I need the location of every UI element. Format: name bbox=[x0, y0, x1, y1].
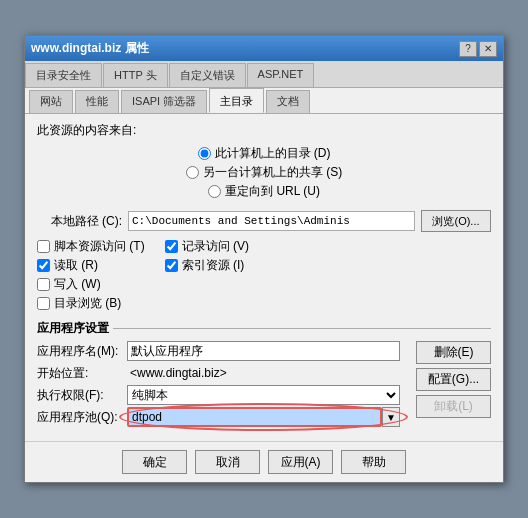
cb-dir-browse[interactable]: 目录浏览 (B) bbox=[37, 295, 145, 312]
unload-button[interactable]: 卸载(L) bbox=[416, 395, 491, 418]
radio-redirect-url-label: 重定向到 URL (U) bbox=[225, 183, 320, 200]
close-button[interactable]: ✕ bbox=[479, 41, 497, 57]
radio-local-dir[interactable]: 此计算机上的目录 (D) bbox=[198, 145, 331, 162]
tab-performance[interactable]: 性能 bbox=[75, 90, 119, 113]
cb-write-input[interactable] bbox=[37, 278, 50, 291]
cb-script-access[interactable]: 脚本资源访问 (T) bbox=[37, 238, 145, 255]
checkboxes-row: 脚本资源访问 (T) 读取 (R) 写入 (W) 目录浏览 (B) bbox=[37, 238, 491, 312]
app-settings-left: 应用程序名(M): 开始位置: <www.dingtai.biz> 执行权限(F… bbox=[37, 341, 400, 429]
tab-row-1: 目录安全性 HTTP 头 自定义错误 ASP.NET bbox=[25, 61, 503, 88]
cb-log-access[interactable]: 记录访问 (V) bbox=[165, 238, 249, 255]
radio-local-dir-input[interactable] bbox=[198, 147, 211, 160]
remove-button[interactable]: 删除(E) bbox=[416, 341, 491, 364]
tab-isapi-filters[interactable]: ISAPI 筛选器 bbox=[121, 90, 207, 113]
cb-index[interactable]: 索引资源 (I) bbox=[165, 257, 249, 274]
tab-home-directory[interactable]: 主目录 bbox=[209, 88, 264, 113]
app-pool-label: 应用程序池(Q): bbox=[37, 409, 127, 426]
apply-button[interactable]: 应用(A) bbox=[268, 450, 333, 474]
radio-group: 此计算机上的目录 (D) 另一台计算机上的共享 (S) 重定向到 URL (U) bbox=[37, 145, 491, 200]
cb-log-access-input[interactable] bbox=[165, 240, 178, 253]
app-pool-wrap: ▼ bbox=[127, 407, 400, 427]
cancel-button[interactable]: 取消 bbox=[195, 450, 260, 474]
radio-redirect-url[interactable]: 重定向到 URL (U) bbox=[208, 183, 320, 200]
cb-read-input[interactable] bbox=[37, 259, 50, 272]
bottom-bar: 确定 取消 应用(A) 帮助 bbox=[25, 441, 503, 482]
ok-button[interactable]: 确定 bbox=[122, 450, 187, 474]
cb-read[interactable]: 读取 (R) bbox=[37, 257, 145, 274]
tab-directory-security[interactable]: 目录安全性 bbox=[25, 63, 102, 87]
app-exec-label: 执行权限(F): bbox=[37, 387, 127, 404]
tab-http-header[interactable]: HTTP 头 bbox=[103, 63, 168, 87]
section-divider bbox=[113, 328, 491, 329]
app-name-label: 应用程序名(M): bbox=[37, 343, 127, 360]
app-pool-input[interactable] bbox=[127, 407, 382, 427]
app-exec-select-wrap: 纯脚本 bbox=[127, 385, 400, 405]
title-bar: www.dingtai.biz 属性 ? ✕ bbox=[25, 36, 503, 61]
app-settings-label: 应用程序设置 bbox=[37, 320, 109, 337]
app-settings-form: 应用程序名(M): 开始位置: <www.dingtai.biz> 执行权限(F… bbox=[37, 341, 491, 429]
local-path-input[interactable] bbox=[128, 211, 415, 231]
help-button[interactable]: ? bbox=[459, 41, 477, 57]
source-label: 此资源的内容来自: bbox=[37, 122, 491, 139]
cb-script-access-input[interactable] bbox=[37, 240, 50, 253]
cb-script-access-label: 脚本资源访问 (T) bbox=[54, 238, 145, 255]
local-path-label: 本地路径 (C): bbox=[37, 213, 122, 230]
config-button[interactable]: 配置(G)... bbox=[416, 368, 491, 391]
cb-write-label: 写入 (W) bbox=[54, 276, 101, 293]
radio-network-share-label: 另一台计算机上的共享 (S) bbox=[203, 164, 342, 181]
app-settings-header: 应用程序设置 bbox=[37, 320, 491, 337]
radio-local-dir-label: 此计算机上的目录 (D) bbox=[215, 145, 331, 162]
app-start-value: <www.dingtai.biz> bbox=[127, 363, 400, 383]
radio-network-share[interactable]: 另一台计算机上的共享 (S) bbox=[186, 164, 342, 181]
cb-read-label: 读取 (R) bbox=[54, 257, 98, 274]
cb-index-label: 索引资源 (I) bbox=[182, 257, 245, 274]
cb-dir-browse-label: 目录浏览 (B) bbox=[54, 295, 121, 312]
radio-network-share-input[interactable] bbox=[186, 166, 199, 179]
right-buttons: 删除(E) 配置(G)... 卸载(L) bbox=[416, 341, 491, 418]
tab-row-2: 网站 性能 ISAPI 筛选器 主目录 文档 bbox=[25, 88, 503, 114]
app-name-row: 应用程序名(M): bbox=[37, 341, 400, 361]
cb-write[interactable]: 写入 (W) bbox=[37, 276, 145, 293]
cb-log-access-label: 记录访问 (V) bbox=[182, 238, 249, 255]
cb-index-input[interactable] bbox=[165, 259, 178, 272]
checkbox-col-left: 脚本资源访问 (T) 读取 (R) 写入 (W) 目录浏览 (B) bbox=[37, 238, 145, 312]
browse-button[interactable]: 浏览(O)... bbox=[421, 210, 491, 232]
dialog: www.dingtai.biz 属性 ? ✕ 目录安全性 HTTP 头 自定义错… bbox=[24, 35, 504, 483]
app-pool-row: 应用程序池(Q): ▼ bbox=[37, 407, 400, 427]
title-bar-buttons: ? ✕ bbox=[459, 41, 497, 57]
tab-aspnet[interactable]: ASP.NET bbox=[247, 63, 315, 87]
tab-website[interactable]: 网站 bbox=[29, 90, 73, 113]
app-exec-select[interactable]: 纯脚本 bbox=[127, 385, 400, 405]
pool-dropdown-button[interactable]: ▼ bbox=[382, 407, 400, 427]
app-exec-row: 执行权限(F): 纯脚本 bbox=[37, 385, 400, 405]
local-path-row: 本地路径 (C): 浏览(O)... bbox=[37, 210, 491, 232]
checkbox-col-right: 记录访问 (V) 索引资源 (I) bbox=[165, 238, 249, 312]
dialog-title: www.dingtai.biz 属性 bbox=[31, 40, 149, 57]
radio-redirect-url-input[interactable] bbox=[208, 185, 221, 198]
app-start-label: 开始位置: bbox=[37, 365, 127, 382]
main-content: 此资源的内容来自: 此计算机上的目录 (D) 另一台计算机上的共享 (S) 重定… bbox=[25, 114, 503, 437]
tab-documents[interactable]: 文档 bbox=[266, 90, 310, 113]
tab-custom-errors[interactable]: 自定义错误 bbox=[169, 63, 246, 87]
cb-dir-browse-input[interactable] bbox=[37, 297, 50, 310]
app-start-row: 开始位置: <www.dingtai.biz> bbox=[37, 363, 400, 383]
help-bottom-button[interactable]: 帮助 bbox=[341, 450, 406, 474]
app-name-input[interactable] bbox=[127, 341, 400, 361]
